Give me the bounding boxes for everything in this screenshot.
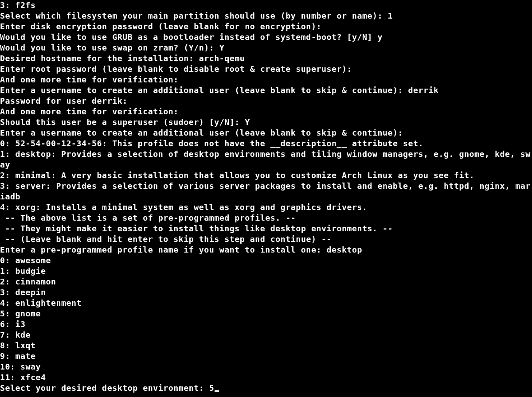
profile-name-prompt: Enter a pre-programmed profile name if y… <box>0 245 362 254</box>
root-password-verify-prompt: And one more time for verification: <box>0 75 179 84</box>
de-option-0-awesome: 0: awesome <box>0 256 51 265</box>
de-option-8-lxqt: 8: lxqt <box>0 341 36 350</box>
select-desktop-env-prompt: Select your desired desktop environment:… <box>0 383 214 393</box>
user-password-verify-prompt: And one more time for verification: <box>0 107 179 116</box>
profile-option-4-xorg: 4: xorg: Installs a minimal system as we… <box>0 202 367 212</box>
swap-zram-prompt: Would you like to use swap on zram? (Y/n… <box>0 43 224 52</box>
encryption-password-prompt: Enter disk encryption password (leave bl… <box>0 22 321 31</box>
de-option-1-budgie: 1: budgie <box>0 266 46 276</box>
de-option-10-sway: 10: sway <box>0 362 41 371</box>
cursor-icon <box>215 390 219 392</box>
de-option-6-i3: 6: i3 <box>0 319 26 329</box>
de-option-7-kde: 7: kde <box>0 330 31 339</box>
fs-option-line: 3: f2fs <box>0 0 36 10</box>
additional-user-prompt-2: Enter a username to create an additional… <box>0 128 403 137</box>
root-password-prompt: Enter root password (leave blank to disa… <box>0 64 352 74</box>
profile-hint-1: -- The above list is a set of pre-progra… <box>0 213 296 222</box>
profile-hint-2: -- They might make it easier to install … <box>0 224 393 233</box>
profile-option-3-server: 3: server: Provides a selection of vario… <box>0 181 531 201</box>
additional-user-prompt: Enter a username to create an additional… <box>0 86 439 95</box>
de-option-9-mate: 9: mate <box>0 351 36 361</box>
hostname-prompt: Desired hostname for the installation: a… <box>0 54 245 63</box>
de-option-4-enlightenment: 4: enlightenment <box>0 298 82 307</box>
de-option-2-cinnamon: 2: cinnamon <box>0 277 56 286</box>
de-option-11-xfce4: 11: xfce4 <box>0 373 46 382</box>
de-option-3-deepin: 3: deepin <box>0 288 46 297</box>
grub-bootloader-prompt: Would you like to use GRUB as a bootload… <box>0 32 383 42</box>
profile-option-0: 0: 52-54-00-12-34-56: This profile does … <box>0 139 423 148</box>
profile-hint-3: -- (Leave blank and hit enter to skip th… <box>0 234 332 244</box>
terminal-screen[interactable]: 3: f2fs Select which filesystem your mai… <box>0 0 532 393</box>
superuser-prompt: Should this user be a superuser (sudoer)… <box>0 117 250 127</box>
user-password-prompt: Password for user derrik: <box>0 96 128 105</box>
de-option-5-gnome: 5: gnome <box>0 309 41 318</box>
profile-option-1-desktop: 1: desktop: Provides a selection of desk… <box>0 149 531 169</box>
profile-option-2-minimal: 2: minimal: A very basic installation th… <box>0 171 474 180</box>
select-filesystem-prompt: Select which filesystem your main partit… <box>0 11 393 20</box>
